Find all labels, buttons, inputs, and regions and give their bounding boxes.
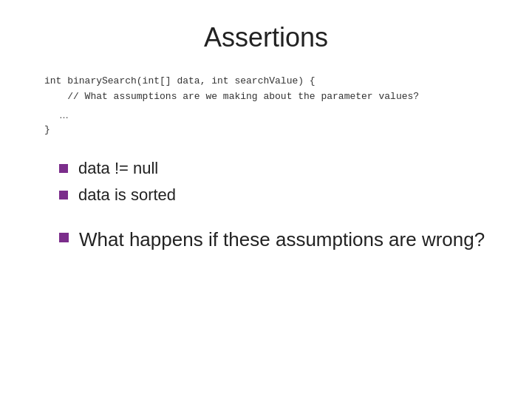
code-ellipsis: … — [44, 108, 488, 123]
bullet-text-1: data != null — [78, 159, 158, 178]
bullet-text-2: data is sorted — [78, 185, 176, 205]
question-item: What happens if these assumptions are wr… — [59, 228, 488, 251]
code-line-2: // What assumptions are we making about … — [44, 89, 488, 105]
slide-title: Assertions — [44, 22, 488, 53]
bullet-item-2: data is sorted — [59, 185, 488, 205]
bullet-item-1: data != null — [59, 159, 488, 178]
code-closing: } — [44, 123, 488, 138]
question-text: What happens if these assumptions are wr… — [79, 228, 485, 251]
question-bullet-square — [59, 233, 69, 242]
bullet-square-1 — [59, 164, 68, 173]
code-line-1: int binarySearch(int[] data, int searchV… — [44, 74, 488, 89]
bullet-list: data != null data is sorted — [59, 159, 488, 212]
slide: Assertions int binarySearch(int[] data, … — [0, 0, 532, 399]
code-block: int binarySearch(int[] data, int searchV… — [44, 74, 488, 138]
bullet-square-2 — [59, 191, 68, 200]
